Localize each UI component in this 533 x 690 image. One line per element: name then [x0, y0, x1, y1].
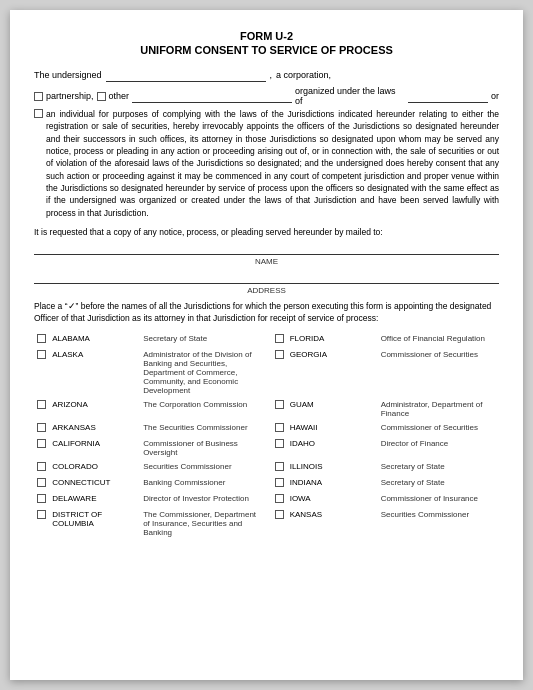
jurisdiction-checkbox[interactable] — [275, 400, 284, 409]
undersigned-field[interactable] — [106, 68, 266, 82]
corporation-label: a corporation, — [276, 70, 331, 80]
jurisdiction-checkbox[interactable] — [37, 423, 46, 432]
officer-title: Securities Commissioner — [378, 507, 499, 539]
jurisdiction-checkbox[interactable] — [275, 462, 284, 471]
table-row: CALIFORNIACommissioner of Business Overs… — [34, 436, 499, 459]
undersigned-label: The undersigned — [34, 70, 102, 80]
jurisdiction-checkbox[interactable] — [37, 439, 46, 448]
jurisdiction-name: DELAWARE — [49, 491, 140, 507]
jurisdiction-checkbox[interactable] — [275, 510, 284, 519]
other-checkbox[interactable] — [97, 92, 106, 101]
officer-title: Director of Finance — [378, 436, 499, 459]
jurisdiction-checkbox[interactable] — [275, 423, 284, 432]
place-text-1: Place a “✓” before the names of all the … — [34, 301, 491, 311]
jurisdiction-name: INDIANA — [287, 475, 378, 491]
jurisdiction-checkbox[interactable] — [37, 462, 46, 471]
place-text: Place a “✓” before the names of all the … — [34, 301, 499, 325]
jurisdiction-name: GUAM — [287, 397, 378, 420]
organized-field[interactable] — [408, 89, 488, 103]
jurisdiction-name: IDAHO — [287, 436, 378, 459]
officer-title: Commissioner of Securities — [378, 420, 499, 436]
partnership-checkbox[interactable] — [34, 92, 43, 101]
jurisdiction-checkbox[interactable] — [275, 439, 284, 448]
jurisdiction-name: COLORADO — [49, 459, 140, 475]
jurisdiction-checkbox[interactable] — [37, 400, 46, 409]
form-title-line1: FORM U-2 — [34, 30, 499, 42]
organized-label: organized under the laws of — [295, 86, 405, 106]
officer-title: Secretary of State — [378, 459, 499, 475]
jurisdiction-checkbox[interactable] — [275, 350, 284, 359]
comma: , — [270, 70, 273, 80]
individual-checkbox[interactable] — [34, 109, 43, 118]
table-row: DELAWAREDirector of Investor ProtectionI… — [34, 491, 499, 507]
officer-title: Secretary of State — [140, 331, 261, 347]
jurisdiction-checkbox[interactable] — [37, 334, 46, 343]
table-row: CONNECTICUTBanking CommissionerINDIANASe… — [34, 475, 499, 491]
officer-title: Commissioner of Insurance — [378, 491, 499, 507]
table-row: ALASKAAdministrator of the Division of B… — [34, 347, 499, 397]
jurisdiction-name: ILLINOIS — [287, 459, 378, 475]
copy-line: It is requested that a copy of any notic… — [34, 227, 499, 237]
officer-title: Securities Commissioner — [140, 459, 261, 475]
other-label: other — [109, 91, 130, 101]
individual-row: an individual for purposes of complying … — [34, 108, 499, 219]
officer-title: The Corporation Commission — [140, 397, 261, 420]
jurisdiction-name: FLORIDA — [287, 331, 378, 347]
jurisdiction-checkbox[interactable] — [37, 478, 46, 487]
individual-text: an individual for purposes of complying … — [46, 108, 499, 219]
form-page: FORM U-2 UNIFORM CONSENT TO SERVICE OF P… — [10, 10, 523, 680]
partnership-label: partnership, — [46, 91, 94, 101]
jurisdiction-name: ALASKA — [49, 347, 140, 397]
officer-title: Commissioner of Securities — [378, 347, 499, 397]
address-label: ADDRESS — [34, 286, 499, 295]
jurisdiction-checkbox[interactable] — [37, 350, 46, 359]
jurisdiction-checkbox[interactable] — [37, 494, 46, 503]
place-text-2: Officer of that Jurisdiction as its atto… — [34, 313, 378, 323]
or-label: or — [491, 91, 499, 101]
table-row: DISTRICT OF COLUMBIAThe Commissioner, De… — [34, 507, 499, 539]
jurisdiction-name: KANSAS — [287, 507, 378, 539]
name-field[interactable] — [34, 243, 499, 255]
jurisdiction-name: HAWAII — [287, 420, 378, 436]
jurisdictions-table: ALABAMASecretary of StateFLORIDAOffice o… — [34, 331, 499, 539]
jurisdiction-checkbox[interactable] — [275, 494, 284, 503]
intro-line: The undersigned , a corporation, — [34, 68, 499, 82]
jurisdiction-name: IOWA — [287, 491, 378, 507]
jurisdiction-name: ALABAMA — [49, 331, 140, 347]
table-row: ALABAMASecretary of StateFLORIDAOffice o… — [34, 331, 499, 347]
jurisdiction-name: GEORGIA — [287, 347, 378, 397]
officer-title: The Securities Commissioner — [140, 420, 261, 436]
jurisdiction-name: ARIZONA — [49, 397, 140, 420]
form-title-line2: UNIFORM CONSENT TO SERVICE OF PROCESS — [34, 44, 499, 56]
partnership-row: partnership, other organized under the l… — [34, 86, 499, 106]
name-label: NAME — [34, 257, 499, 266]
officer-title: Director of Investor Protection — [140, 491, 261, 507]
jurisdiction-checkbox[interactable] — [275, 334, 284, 343]
table-row: COLORADOSecurities CommissionerILLINOISS… — [34, 459, 499, 475]
officer-title: Secretary of State — [378, 475, 499, 491]
address-field[interactable] — [34, 272, 499, 284]
other-field[interactable] — [132, 89, 292, 103]
jurisdiction-checkbox[interactable] — [37, 510, 46, 519]
jurisdiction-name: CALIFORNIA — [49, 436, 140, 459]
officer-title: Administrator of the Division of Banking… — [140, 347, 261, 397]
table-row: ARIZONAThe Corporation CommissionGUAMAdm… — [34, 397, 499, 420]
jurisdiction-name: CONNECTICUT — [49, 475, 140, 491]
table-row: ARKANSASThe Securities CommissionerHAWAI… — [34, 420, 499, 436]
jurisdiction-checkbox[interactable] — [275, 478, 284, 487]
officer-title: Office of Financial Regulation — [378, 331, 499, 347]
jurisdiction-name: DISTRICT OF COLUMBIA — [49, 507, 140, 539]
officer-title: Administrator, Department of Finance — [378, 397, 499, 420]
officer-title: The Commissioner, Department of Insuranc… — [140, 507, 261, 539]
jurisdiction-name: ARKANSAS — [49, 420, 140, 436]
officer-title: Banking Commissioner — [140, 475, 261, 491]
officer-title: Commissioner of Business Oversight — [140, 436, 261, 459]
